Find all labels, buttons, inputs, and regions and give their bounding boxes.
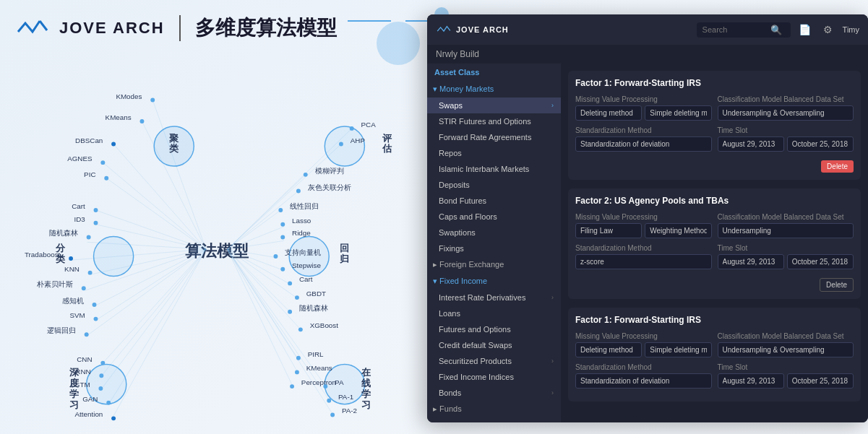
factor-2-delete-button[interactable]: Delete — [820, 278, 854, 292]
node-label: Stepwise — [292, 261, 321, 269]
sidebar-section-asset-class[interactable]: Asset Class — [427, 64, 561, 81]
factor-3-classification-group: Classification Model Balanced Data Set U… — [718, 332, 854, 357]
factor-1-std-select[interactable]: Standardization of deviation — [575, 136, 712, 152]
graph-node — [93, 303, 97, 307]
node-label: PIC — [84, 170, 95, 178]
sidebar-item-fixed-income[interactable]: ▾ Fixed Income — [427, 273, 561, 290]
sidebar-item-caps[interactable]: Caps and Floors — [427, 209, 561, 225]
factor-1-missing-select-2[interactable]: Simple deleting method — [645, 105, 711, 121]
factor-2-time-end[interactable]: October 25, 2018 — [787, 254, 854, 269]
sidebar-item-real-estate[interactable]: ▸ Real Estate — [427, 417, 561, 422]
factor-1-timeslot-group: Time Slot August 29, 2013 October 25, 20… — [718, 126, 854, 152]
node-label: Perceptron — [301, 378, 336, 386]
factor-3-std-select[interactable]: Standardization of deviation — [575, 373, 712, 389]
nav-user[interactable]: Timy — [843, 25, 859, 34]
factor-2-missing-select-1[interactable]: Filing Law — [575, 223, 642, 238]
factor-2-classification-group: Classification Model Balanced Data Set U… — [718, 213, 854, 238]
sidebar-item-repos[interactable]: Repos — [427, 145, 561, 161]
cluster-circle — [94, 236, 134, 276]
sidebar-item-ird[interactable]: Interest Rate Derivatives › — [427, 290, 561, 305]
category-label: 归 — [340, 253, 349, 264]
category-label: 回 — [340, 243, 349, 253]
sidebar-item-futures-options[interactable]: Futures and Options — [427, 321, 561, 337]
factor-2-std-select[interactable]: z-score — [575, 254, 712, 269]
sidebar-item-swaptions[interactable]: Swaptions — [427, 225, 561, 240]
node-label: KMeans — [106, 113, 132, 121]
factor-3-std-label: Standardization Method — [575, 363, 712, 371]
graph-node — [69, 256, 73, 261]
search-bar[interactable]: 🔍 — [697, 22, 791, 38]
sidebar-item-sec-products[interactable]: Securitized Products › — [427, 353, 561, 369]
graph-line — [228, 191, 298, 249]
node-label: GBDT — [306, 290, 326, 298]
factor-1-delete-button[interactable]: Delete — [821, 160, 854, 173]
sidebar-item-money-markets[interactable]: ▾ Money Markets — [427, 81, 561, 97]
main-content: Asset Class ▾ Money Markets Swaps › STIR… — [427, 64, 868, 422]
node-label: PA-1 — [338, 393, 353, 401]
graph-node — [296, 356, 301, 360]
factor-1-classification-group: Classification Model Balanced Data Set U… — [718, 95, 854, 121]
node-label: 模糊评判 — [315, 167, 344, 175]
factor-2-time-start[interactable]: August 29, 2013 — [718, 254, 784, 269]
sidebar-item-fi-indices[interactable]: Fixed Income Indices — [427, 369, 561, 385]
graph-node — [150, 98, 155, 103]
graph-node — [280, 222, 285, 227]
factor-3-time-start[interactable]: August 29, 2013 — [718, 373, 784, 389]
sidebar-item-fixings[interactable]: Fixings — [427, 240, 561, 256]
search-icon[interactable]: 🔍 — [770, 25, 782, 35]
sidebar-item-loans[interactable]: Loans — [427, 305, 561, 321]
factor-3-classification-select[interactable]: Undersampling & Oversampling — [718, 342, 854, 357]
sidebar-item-forex[interactable]: ▸ Foreign Exchange — [427, 256, 561, 273]
sidebar-item-stir[interactable]: STIR Futures and Options — [427, 113, 561, 129]
factor-3-missing-select-2[interactable]: Simple deleting method — [645, 342, 711, 357]
factor-3-missing-select-1[interactable]: Deleting method — [575, 342, 642, 357]
graph-node — [100, 160, 105, 165]
factor-section-1: Factor 1: Forward-Starting IRS Missing V… — [568, 71, 861, 180]
factor-2-missing-label: Missing Value Processing — [575, 213, 712, 221]
node-label: Lasso — [292, 217, 311, 225]
category-label: 聚 — [169, 133, 179, 144]
factor-1-missing-select-1[interactable]: Deleting method — [575, 105, 642, 121]
node-label: Ridge — [292, 229, 311, 237]
graph-node — [323, 384, 327, 389]
sidebar-item-bonds[interactable]: Bonds › — [427, 385, 561, 401]
graph-node — [111, 142, 116, 147]
factor-1-missing-label: Missing Value Processing — [575, 95, 712, 103]
sidebar-item-islamic[interactable]: Islamic Interbank Markets — [427, 161, 561, 177]
factor-1-time-start[interactable]: August 29, 2013 — [718, 136, 784, 152]
factor-1-classification-select[interactable]: Undersampling & Oversampling — [718, 105, 854, 121]
category-label: 习 — [361, 399, 371, 410]
sidebar-item-swaps[interactable]: Swaps › — [427, 97, 561, 113]
factor-2-classification-label: Classification Model Balanced Data Set — [718, 213, 854, 221]
sidebar-item-forward-rate[interactable]: Forward Rate Agreements — [427, 129, 561, 145]
factor-2-missing-select-2[interactable]: Weighting Method — [645, 223, 711, 238]
nav-settings-icon[interactable]: ⚙ — [820, 21, 837, 38]
graph-node — [295, 370, 299, 374]
sidebar-item-cds[interactable]: Credit default Swaps — [427, 337, 561, 353]
search-input[interactable] — [702, 25, 768, 34]
node-label: ID3 — [74, 215, 85, 223]
node-label: CNN — [77, 355, 92, 363]
graph-node — [350, 126, 354, 131]
center-label: 算法模型 — [185, 242, 249, 260]
graph-node — [100, 361, 105, 365]
factor-2-classification-select[interactable]: Undersampling — [718, 223, 854, 238]
factor-1-time-end[interactable]: October 25, 2018 — [787, 136, 854, 152]
sidebar-item-bond-futures[interactable]: Bond Futures — [427, 193, 561, 209]
node-label: Tradaboost — [25, 251, 61, 259]
chevron-icon: › — [551, 389, 554, 396]
node-label: PIRL — [308, 350, 324, 358]
nav-docs-icon[interactable]: 📄 — [796, 21, 814, 38]
right-panel: JOVE ARCH 🔍 📄 ⚙ Timy Nrwly Build Asset C… — [427, 14, 868, 422]
node-label: GAN — [82, 395, 98, 403]
sidebar-item-deposits[interactable]: Deposits — [427, 177, 561, 193]
factor-3-time-end[interactable]: October 25, 2018 — [787, 373, 854, 389]
category-label: 线 — [361, 378, 371, 389]
chevron-icon: › — [551, 294, 554, 301]
graph-node — [273, 254, 278, 259]
graph-node — [339, 142, 343, 147]
graph-line — [228, 210, 281, 249]
factor-1-title: Factor 1: Forward-Starting IRS — [575, 78, 854, 88]
sidebar-item-funds[interactable]: ▸ Funds — [427, 401, 561, 417]
graph-node — [278, 208, 283, 212]
